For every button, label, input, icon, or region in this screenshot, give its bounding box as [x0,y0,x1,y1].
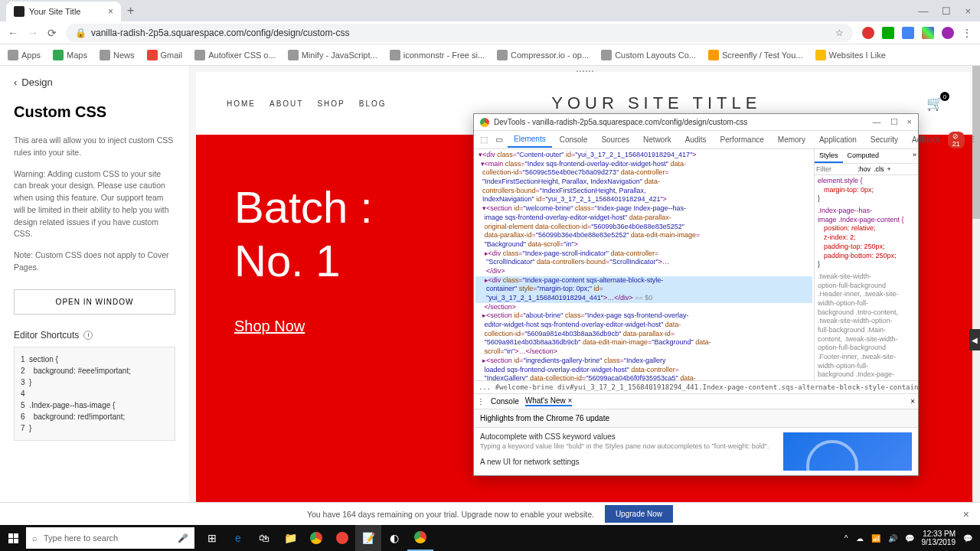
back-link[interactable]: ‹ Design [14,77,175,88]
menu-icon[interactable]: ⋮ [962,27,972,39]
tray-icon[interactable]: 🔊 [888,534,897,543]
styles-tab[interactable]: Styles [815,149,843,163]
tray-icon[interactable]: 💬 [905,534,914,543]
notification-icon[interactable]: 💬 [963,534,972,543]
tab-console[interactable]: Console [491,397,519,406]
forward-icon[interactable]: → [28,27,38,39]
nav-link[interactable]: HOME [227,99,256,108]
mic-icon[interactable]: 🎤 [178,533,188,543]
tray-icon[interactable]: 📶 [871,534,880,543]
more-icon[interactable]: ⋮ [966,132,980,148]
add-icon[interactable]: + [887,165,891,173]
sidebar-title: Custom CSS [14,103,175,121]
app-icon[interactable] [329,525,355,551]
ext-icon[interactable] [882,27,894,39]
elements-panel[interactable]: ▾<div class="Content-outer" id="yui_3_17… [474,149,814,380]
console-menu-icon[interactable]: ⋮ [477,397,485,406]
close-window-icon[interactable]: × [965,5,971,17]
bookmark-item[interactable]: Apps [8,50,41,60]
chrome-active-icon[interactable] [407,525,433,551]
inspect-icon[interactable]: ⬚ [477,132,491,148]
css-editor[interactable]: 1 section { 2 background: #eee!important… [14,347,175,441]
shop-now-link[interactable]: Shop Now [234,318,305,334]
bookmark-item[interactable]: Compressor.io - op... [497,50,589,60]
start-button[interactable] [0,525,26,551]
devtools-titlebar[interactable]: DevTools - vanilla-radish-2p5a.squarespa… [474,114,918,131]
close-icon[interactable]: × [907,117,912,127]
tab-security[interactable]: Security [864,132,904,147]
bookmark-item[interactable]: Gmail [147,50,183,60]
tab-console[interactable]: Console [554,132,594,147]
more-icon[interactable]: » [911,149,918,163]
profile-avatar[interactable] [942,27,954,39]
star-icon[interactable]: ☆ [835,28,844,38]
nav-link[interactable]: SHOP [317,99,345,108]
site-title[interactable]: YOUR SITE TITLE [551,93,761,113]
tab-application[interactable]: Application [813,132,863,147]
tab-audits[interactable]: Audits [679,132,713,147]
app-icon[interactable]: ◐ [381,525,407,551]
nav-link[interactable]: BLOG [359,99,387,108]
minimize-icon[interactable]: — [873,117,881,127]
tab-performance[interactable]: Performance [714,132,770,147]
cart-button[interactable]: 🛒 0 [926,95,943,112]
bookmark-item[interactable]: Minify - JavaScript... [288,50,377,60]
tray-icon[interactable]: ☁ [856,534,864,543]
ext-icon[interactable] [862,27,874,39]
tab-sources[interactable]: Sources [595,132,635,147]
task-view-icon[interactable]: ⊞ [199,525,225,551]
new-tab-button[interactable]: + [127,4,134,18]
ext-icon[interactable] [902,27,914,39]
gmail-icon [147,50,158,60]
close-icon[interactable]: × [108,6,113,17]
bookmark-item[interactable]: Autofixer CSS o... [194,50,275,60]
clock-time[interactable]: 12:33 PM [922,530,956,538]
breadcrumb[interactable]: ... #welcome-brine div#yui_3_17_2_1_1568… [474,380,918,393]
bookmark-item[interactable]: News [100,50,135,60]
search-placeholder: Type here to search [44,533,118,543]
maximize-icon[interactable]: ☐ [942,5,951,17]
filter-input[interactable] [816,165,854,173]
edge-icon[interactable]: e [225,525,251,551]
error-badge[interactable]: ⊘ 21 [948,132,965,148]
chrome-icon[interactable] [303,525,329,551]
bookmark-item[interactable]: Maps [53,50,87,60]
tab-whatsnew[interactable]: What's New × [525,396,573,406]
upgrade-button[interactable]: Upgrade Now [605,505,673,523]
device-icon[interactable]: ▭ [492,132,506,148]
nav-link[interactable]: ABOUT [270,99,303,108]
url-input[interactable]: 🔒 vanilla-radish-2p5a.squarespace.com/co… [66,24,853,42]
clock-date[interactable]: 9/13/2019 [922,538,956,546]
back-icon[interactable]: ← [8,27,18,39]
close-drawer-icon[interactable]: × [910,397,915,406]
cls-toggle[interactable]: .cls [874,165,884,173]
browser-tab[interactable]: Your Site Title × [6,2,121,21]
close-icon[interactable]: × [963,508,969,520]
feature-title: Autocomplete with CSS keyword values [480,432,776,441]
bookmark-item[interactable]: Websites I Like [815,50,886,60]
open-in-window-button[interactable]: OPEN IN WINDOW [14,289,175,315]
computed-tab[interactable]: Computed [843,149,884,163]
tab-network[interactable]: Network [637,132,678,147]
bookmark-item[interactable]: Screenfly / Test You... [708,50,803,60]
minimize-icon[interactable]: — [918,5,928,17]
notes-icon[interactable]: 📝 [355,525,381,551]
tab-elements[interactable]: Elements [508,132,552,148]
collapse-arrow-icon[interactable]: ◀ [969,329,980,350]
explorer-icon[interactable]: 📁 [277,525,303,551]
reload-icon[interactable]: ⟳ [47,27,57,39]
maximize-icon[interactable]: ☐ [890,117,898,127]
editor-shortcuts-header[interactable]: Editor Shortcuts i [14,330,175,341]
bookmark-item[interactable]: iconmonstr - Free si... [390,50,485,60]
bookmark-item[interactable]: Custom Layouts Co... [601,50,696,60]
css-rules[interactable]: element.style { margin-top: 0px; } .Inde… [815,175,918,380]
tab-memory[interactable]: Memory [772,132,812,147]
drag-handle-icon[interactable] [577,70,593,72]
hov-toggle[interactable]: :hov [858,165,871,173]
ext-icon[interactable] [922,27,934,39]
tab-adblock[interactable]: AdBlock [906,132,946,147]
tray-up-icon[interactable]: ^ [844,534,848,543]
store-icon[interactable]: 🛍 [251,525,277,551]
bookmark-icon [708,50,719,60]
taskbar-search[interactable]: ⌕ Type here to search 🎤 [26,527,194,549]
